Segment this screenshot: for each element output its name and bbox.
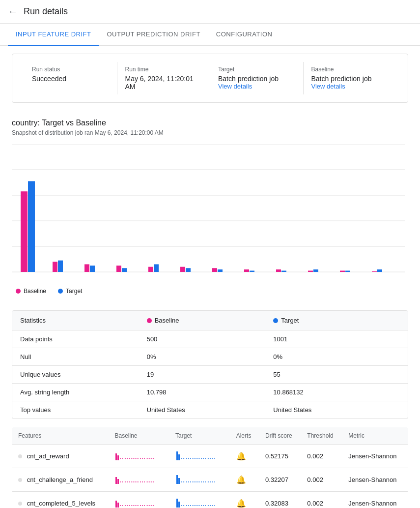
bar-germany-target [313, 269, 318, 272]
feature-name-cell: cnt_challenge_a_friend [12, 468, 109, 492]
bar-mexico-target [218, 269, 223, 272]
stats-target-dot [273, 318, 278, 323]
baseline-legend-dot [16, 289, 21, 294]
bar-us-baseline [21, 191, 28, 272]
stats-header: Statistics Baseline Target [12, 311, 408, 330]
col-drift-score: Drift score [259, 427, 301, 445]
back-button[interactable]: ← [8, 6, 18, 17]
stats-baseline-value: 0% [147, 353, 274, 360]
stats-row: Data points 500 1001 [12, 330, 408, 348]
stats-rows: Data points 500 1001 Null 0% 0% Unique v… [12, 330, 408, 418]
bar-taiwan-baseline [244, 269, 249, 272]
svg-text:Australia: Australia [144, 276, 163, 277]
feature-baseline-sparkline [109, 492, 169, 508]
stats-target-value: 1001 [273, 335, 400, 343]
run-status-item: Run status Succeeded [24, 62, 117, 94]
run-status-value: Succeeded [32, 75, 109, 83]
stats-col-target: Target [273, 317, 400, 324]
svg-rect-59 [176, 499, 178, 508]
col-target: Target [169, 427, 230, 445]
run-time-item: Run time May 6, 2024, 11:20:01 AM [117, 62, 211, 94]
feature-baseline-sparkline [109, 445, 169, 468]
tab-configuration[interactable]: CONFIGURATION [208, 24, 280, 46]
bar-chart: 100% 80% 60% 40% 20% 0 [12, 144, 405, 277]
stats-label: Null [20, 353, 147, 360]
alert-icon: 🔔 [236, 452, 246, 460]
legend-baseline: Baseline [16, 288, 46, 295]
svg-text:Japan: Japan [51, 276, 64, 277]
chart-section: country: Target vs Baseline Snapshot of … [0, 111, 420, 302]
bar-india-baseline [116, 266, 121, 272]
tab-output-prediction-drift[interactable]: OUTPUT PREDICTION DRIFT [99, 24, 208, 46]
bar-canada-baseline [84, 264, 89, 272]
svg-text:South Africa: South Africa [268, 276, 294, 277]
bar-uk-baseline [180, 267, 185, 272]
stats-col-baseline: Baseline [147, 317, 274, 324]
svg-text:France: France [337, 276, 353, 277]
feature-alert: 🔔 [230, 445, 259, 468]
table-row: cnt_ad_reward 🔔 0.52175 0.002 Jensen-Sha… [12, 445, 408, 468]
feature-target-sparkline [169, 468, 230, 492]
baseline-view-link[interactable]: View details [311, 83, 345, 90]
baseline-item: Baseline Batch prediction job View detai… [304, 62, 396, 94]
svg-text:United States: United States [12, 276, 41, 277]
run-time-value: May 6, 2024, 11:20:01 AM [125, 75, 202, 90]
bar-germany-baseline [308, 270, 313, 272]
svg-rect-45 [176, 475, 178, 484]
feature-alert: 🔔 [230, 468, 259, 492]
bar-france-target [345, 270, 350, 272]
feature-baseline-sparkline [109, 468, 169, 492]
bar-australia-baseline [148, 267, 153, 272]
feature-metric: Jensen-Shannon [342, 468, 408, 492]
stats-label: Unique values [20, 371, 147, 378]
chart-title: country: Target vs Baseline [12, 119, 408, 127]
bar-france-baseline [340, 270, 345, 272]
alert-icon: 🔔 [236, 476, 246, 484]
feature-name-cell: cnt_ad_reward [12, 445, 109, 468]
alert-icon: 🔔 [236, 499, 246, 508]
feature-dot [18, 502, 22, 506]
feature-name-cell: cnt_completed_5_levels [12, 492, 109, 508]
stats-baseline-value: United States [147, 406, 274, 414]
target-item: Target Batch prediction job View details [210, 62, 304, 94]
svg-text:Canada: Canada [81, 276, 98, 277]
features-section: Features Baseline Target Alerts Drift sc… [12, 427, 408, 508]
stats-label: Data points [20, 335, 147, 343]
tabs-container: INPUT FEATURE DRIFT OUTPUT PREDICTION DR… [0, 24, 420, 46]
stats-label: Top values [20, 406, 147, 414]
bar-canada-target [90, 266, 95, 272]
features-body: cnt_ad_reward 🔔 0.52175 0.002 Jensen-Sha… [12, 445, 408, 508]
stats-target-value: 55 [273, 371, 400, 378]
svg-text:Germany: Germany [303, 276, 323, 277]
svg-rect-25 [117, 455, 119, 460]
feature-threshold: 0.002 [301, 445, 342, 468]
feature-dot [18, 478, 22, 482]
svg-rect-32 [178, 454, 180, 460]
stats-row: Top values United States United States [12, 401, 408, 418]
feature-name: cnt_completed_5_levels [27, 500, 95, 507]
features-table: Features Baseline Target Alerts Drift sc… [12, 427, 408, 508]
feature-name: cnt_challenge_a_friend [27, 476, 93, 483]
bar-china-target [377, 269, 382, 272]
svg-rect-46 [178, 478, 180, 484]
baseline-value: Batch prediction job [311, 75, 389, 83]
header: ← Run details [0, 0, 420, 24]
chart-legend: Baseline Target [16, 288, 408, 295]
svg-text:India: India [116, 276, 127, 277]
run-status-label: Run status [32, 66, 109, 73]
target-view-link[interactable]: View details [218, 83, 252, 90]
page-title: Run details [24, 6, 68, 17]
statistics-section: Statistics Baseline Target Data points 5… [12, 310, 408, 419]
bar-southafrica-baseline [276, 269, 281, 272]
stats-baseline-value: 19 [147, 371, 274, 378]
stats-target-value: United States [273, 406, 400, 414]
tab-input-feature-drift[interactable]: INPUT FEATURE DRIFT [8, 24, 99, 46]
stats-label: Avg. string length [20, 388, 147, 396]
col-metric: Metric [342, 427, 408, 445]
feature-name: cnt_ad_reward [27, 452, 69, 460]
stats-baseline-dot [147, 318, 152, 323]
svg-text:Mexico: Mexico [209, 276, 225, 277]
legend-target: Target [58, 288, 82, 295]
stats-baseline-value: 10.798 [147, 388, 274, 396]
bar-taiwan-target [250, 270, 254, 272]
